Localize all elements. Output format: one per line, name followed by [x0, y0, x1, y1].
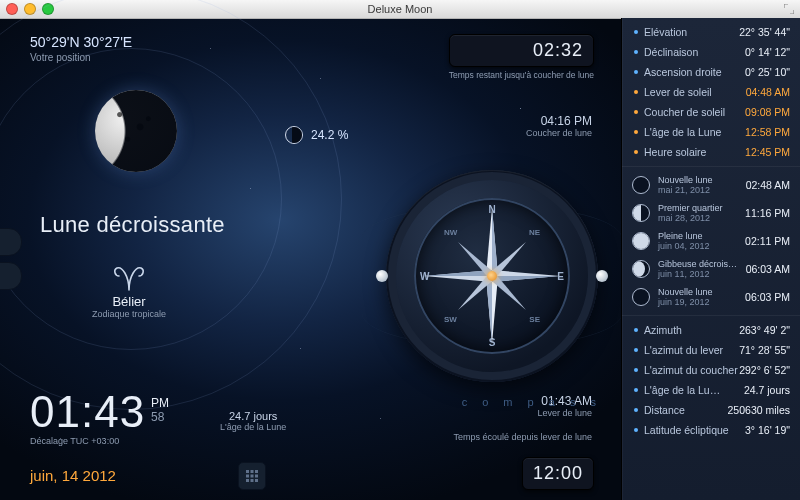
close-icon[interactable]: [6, 3, 18, 15]
panel-row[interactable]: Déclinaison0° 14' 12": [622, 42, 800, 62]
position-caption: Votre position: [30, 52, 132, 63]
panel-row-value: 12:58 PM: [745, 126, 790, 138]
moonset-caption: Coucher de lune: [526, 128, 592, 138]
phase-row[interactable]: Gibbeuse décroissantejuin 11, 201206:03 …: [622, 255, 800, 283]
phase-row[interactable]: Pleine lunejuin 04, 201202:11 PM: [622, 227, 800, 255]
moon-graphic[interactable]: [95, 90, 177, 172]
clock-seconds: 58: [151, 410, 169, 424]
zodiac-block[interactable]: Bélier Zodiaque tropicale: [92, 262, 166, 319]
svg-rect-4: [251, 475, 254, 478]
compass[interactable]: N S E W NE NW SE SW c o m p a: [362, 146, 622, 406]
phase-row[interactable]: Nouvelle lunejuin 19, 201206:03 PM: [622, 283, 800, 311]
moonrise-sub: Temps écoulé depuis lever de lune: [453, 432, 592, 442]
svg-marker-11: [486, 276, 492, 344]
panel-row-label: Elévation: [644, 26, 687, 38]
panel-row-value: 263° 49' 2": [739, 324, 790, 336]
panel-row-label: Déclinaison: [644, 46, 698, 58]
compass-hub: [487, 271, 497, 281]
svg-rect-1: [251, 470, 254, 473]
svg-rect-6: [246, 479, 249, 482]
panel-row[interactable]: Heure solaire12:45 PM: [622, 142, 800, 162]
panel-row-label: Lever de soleil: [644, 86, 712, 98]
svg-marker-14: [492, 276, 560, 282]
phase-date: juin 11, 2012: [658, 269, 738, 279]
panel-row-label: Latitude écliptique: [644, 424, 729, 436]
panel-row[interactable]: Latitude écliptique3° 16' 19": [622, 420, 800, 440]
time-until-moonset-chip: 02:32: [449, 34, 594, 67]
phase-date: juin 04, 2012: [658, 241, 737, 251]
panel-row-label: Heure solaire: [644, 146, 706, 158]
phase-time: 06:03 AM: [746, 263, 790, 275]
moon-phase-icon: [632, 204, 650, 222]
fullscreen-icon[interactable]: [784, 4, 794, 14]
panel-row-value: 0° 14' 12": [745, 46, 790, 58]
phase-date: mai 21, 2012: [658, 185, 738, 195]
panel-row[interactable]: L'azimut du coucher292° 6' 52": [622, 360, 800, 380]
clock-hhmm: 01:43: [30, 390, 145, 434]
position-coords: 50°29'N 30°27'E: [30, 34, 132, 50]
aries-icon: [112, 262, 146, 292]
zodiac-caption: Zodiaque tropicale: [92, 309, 166, 319]
phase-name: Pleine lune: [658, 231, 737, 241]
panel-row[interactable]: Lever de soleil04:48 AM: [622, 82, 800, 102]
moonset-time: 04:16 PM: [541, 114, 592, 128]
svg-rect-3: [246, 475, 249, 478]
moon-age-value: 24.7 jours: [229, 410, 277, 422]
svg-rect-2: [255, 470, 258, 473]
panel-row[interactable]: Coucher de soleil09:08 PM: [622, 102, 800, 122]
panel-row-label: L'âge de la Lu…: [644, 384, 720, 396]
clock-ampm: PM: [151, 396, 169, 410]
panel-row-label: Azimuth: [644, 324, 682, 336]
phase-name: Premier quartier: [658, 203, 737, 213]
moonset-time-block: 04:16 PM Coucher de lune: [526, 114, 592, 138]
svg-rect-5: [255, 475, 258, 478]
moon-phase-icon: [632, 288, 650, 306]
current-date[interactable]: juin, 14 2012: [30, 467, 116, 484]
panel-row[interactable]: L'azimut du lever71° 28' 55": [622, 340, 800, 360]
phase-name: Lune décroissante: [40, 212, 225, 238]
info-panel[interactable]: Elévation22° 35' 44"Déclinaison0° 14' 12…: [621, 18, 800, 500]
local-clock: 01:43 PM 58: [30, 390, 169, 434]
panel-row-label: Distance: [644, 404, 685, 416]
moon-age-caption: L'âge de la Lune: [220, 422, 286, 432]
moon-age-block: 24.7 jours L'âge de la Lune: [220, 410, 286, 432]
svg-rect-7: [251, 479, 254, 482]
panel-row-value: 22° 35' 44": [739, 26, 790, 38]
compass-knob-left[interactable]: [376, 270, 388, 282]
panel-row[interactable]: Ascension droite0° 25' 10": [622, 62, 800, 82]
phase-time: 02:11 PM: [745, 235, 790, 247]
compass-knob-right[interactable]: [596, 270, 608, 282]
moon-phase-icon: [285, 126, 303, 144]
panel-section-astro: Elévation22° 35' 44"Déclinaison0° 14' 12…: [622, 18, 800, 166]
panel-row-value: 09:08 PM: [745, 106, 790, 118]
phase-time: 06:03 PM: [745, 291, 790, 303]
moon-phase-icon: [632, 176, 650, 194]
panel-row[interactable]: Distance250630 miles: [622, 400, 800, 420]
panel-row-value: 71° 28' 55": [739, 344, 790, 356]
svg-rect-8: [255, 479, 258, 482]
illumination-readout: 24.2 %: [285, 126, 348, 144]
grid-icon: [245, 469, 259, 483]
phase-name: Nouvelle lune: [658, 175, 738, 185]
illumination-value: 24.2 %: [311, 128, 348, 142]
compass-label: c o m p a s s: [462, 396, 602, 408]
utc-offset: Décalage TUC +03:00: [30, 436, 119, 446]
position-readout: 50°29'N 30°27'E Votre position: [30, 34, 132, 63]
phase-row[interactable]: Premier quartiermai 28, 201211:16 PM: [622, 199, 800, 227]
moon-phase-icon: [632, 232, 650, 250]
panel-row-value: 0° 25' 10": [745, 66, 790, 78]
panel-row[interactable]: L'âge de la Lune12:58 PM: [622, 122, 800, 142]
panel-row[interactable]: L'âge de la Lu…24.7 jours: [622, 380, 800, 400]
panel-row-value: 04:48 AM: [746, 86, 790, 98]
panel-row-label: L'âge de la Lune: [644, 126, 721, 138]
phase-time: 02:48 AM: [746, 179, 790, 191]
panel-section-phases: Nouvelle lunemai 21, 201202:48 AMPremier…: [622, 166, 800, 315]
svg-rect-0: [246, 470, 249, 473]
panel-row[interactable]: Azimuth263° 49' 2": [622, 320, 800, 340]
panel-row-label: L'azimut du coucher: [644, 364, 738, 376]
phase-row[interactable]: Nouvelle lunemai 21, 201202:48 AM: [622, 171, 800, 199]
panel-row[interactable]: Elévation22° 35' 44": [622, 22, 800, 42]
calendar-button[interactable]: [238, 462, 266, 490]
svg-marker-13: [424, 270, 492, 276]
svg-marker-10: [492, 208, 498, 276]
